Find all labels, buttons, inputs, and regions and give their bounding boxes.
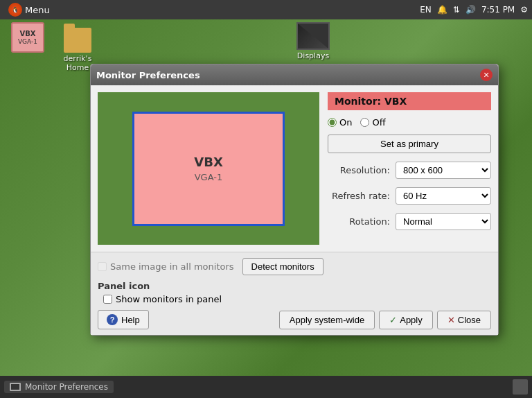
refresh-rate-row: Refresh rate: 60 Hz 75 Hz xyxy=(328,187,491,205)
on-off-row: On Off xyxy=(328,116,491,129)
network-icon[interactable]: ⇅ xyxy=(453,5,460,15)
set-as-primary-button[interactable]: Set as primary xyxy=(328,135,491,153)
resolution-label: Resolution: xyxy=(328,165,390,175)
help-button[interactable]: ? Help xyxy=(98,310,149,329)
on-radio[interactable] xyxy=(328,118,337,127)
monitor-preview-area: VBX VGA-1 xyxy=(98,92,319,245)
vbx-icon-line1: VBX xyxy=(19,30,35,38)
panel-icon-section-label: Panel icon xyxy=(98,281,491,291)
show-monitors-text: Show monitors in panel xyxy=(116,294,222,304)
close-x-icon: ✕ xyxy=(447,315,455,325)
help-icon: ? xyxy=(107,314,118,325)
taskbar-top: 🐧 Menu EN 🔔 ⇅ 🔊 7:51 PM ⚙ xyxy=(0,0,532,19)
taskbar-item-label: Monitor Preferences xyxy=(25,382,108,392)
menu-label: Menu xyxy=(25,5,50,15)
apply-button[interactable]: ✓ Apply xyxy=(379,311,433,329)
settings-icon[interactable]: ⚙ xyxy=(520,5,528,15)
vbx-icon-line2: VGA-1 xyxy=(18,38,37,46)
rotation-row: Rotation: Normal Left Right Inverted xyxy=(328,213,491,230)
off-radio[interactable] xyxy=(360,118,369,127)
monitor-box-port: VGA-1 xyxy=(195,172,223,182)
rotation-select[interactable]: Normal Left Right Inverted xyxy=(396,213,491,230)
monitor-box-name: VBX xyxy=(194,155,223,169)
desktop: 🐧 Menu EN 🔔 ⇅ 🔊 7:51 PM ⚙ VBX VGA-1 derr… xyxy=(0,0,532,398)
lang-indicator[interactable]: EN xyxy=(420,5,432,15)
monitor-settings-panel: Monitor: VBX On Off Set as primary Resol… xyxy=(328,92,491,245)
on-label: On xyxy=(339,117,352,128)
monitor-header: Monitor: VBX xyxy=(328,92,491,110)
taskbar-monitor-icon xyxy=(10,383,21,391)
close-dialog-label: Close xyxy=(458,315,481,325)
resolution-select[interactable]: 800 x 600 1024 x 768 1280 x 1024 xyxy=(396,162,491,179)
volume-icon[interactable]: 🔊 xyxy=(466,5,476,15)
action-row: ? Help Apply system-wide ✓ Apply ✕ Close xyxy=(98,310,491,329)
bottom-row1: Same image in all monitors Detect monito… xyxy=(98,258,491,275)
on-radio-label[interactable]: On xyxy=(328,117,352,128)
dialog-close-button[interactable]: ✕ xyxy=(480,69,493,81)
desktop-icon-display[interactable]: Displays xyxy=(291,22,335,60)
apply-system-wide-button[interactable]: Apply system-wide xyxy=(279,311,375,329)
monitor-box[interactable]: VBX VGA-1 xyxy=(132,112,285,226)
rotation-label: Rotation: xyxy=(328,216,390,227)
action-buttons: Apply system-wide ✓ Apply ✕ Close xyxy=(279,311,491,329)
clock[interactable]: 7:51 PM xyxy=(481,5,515,15)
taskbar-top-right: EN 🔔 ⇅ 🔊 7:51 PM ⚙ xyxy=(420,5,528,15)
taskbar-bottom-right xyxy=(513,379,528,395)
dialog-bottom: Same image in all monitors Detect monito… xyxy=(91,252,498,335)
monitor-preferences-dialog: Monitor Preferences ✕ VBX VGA-1 Monitor:… xyxy=(90,64,499,336)
display-icon-label: Displays xyxy=(297,51,329,60)
same-image-checkbox[interactable] xyxy=(98,262,107,271)
taskbar-bottom-right-icon xyxy=(513,379,528,395)
same-image-text: Same image in all monitors xyxy=(110,261,234,272)
apply-check-icon: ✓ xyxy=(389,315,397,325)
taskbar-bottom: Monitor Preferences xyxy=(0,376,532,398)
display-icon xyxy=(296,22,330,50)
menu-button[interactable]: 🐧 Menu xyxy=(4,1,54,18)
dialog-body: VBX VGA-1 Monitor: VBX On Off xyxy=(91,85,498,252)
detect-monitors-button[interactable]: Detect monitors xyxy=(242,258,323,275)
taskbar-top-left: 🐧 Menu xyxy=(4,1,54,18)
taskbar-bottom-monitor-pref[interactable]: Monitor Preferences xyxy=(4,381,114,393)
ubuntu-logo-icon: 🐧 xyxy=(8,3,22,17)
show-monitors-checkbox[interactable] xyxy=(103,295,112,304)
off-label: Off xyxy=(372,117,385,128)
help-label: Help xyxy=(121,315,140,325)
dialog-titlebar: Monitor Preferences ✕ xyxy=(91,64,498,85)
panel-icon-section: Panel icon Show monitors in panel xyxy=(98,281,491,304)
same-image-label[interactable]: Same image in all monitors xyxy=(98,261,234,272)
refresh-rate-label: Refresh rate: xyxy=(328,191,390,201)
home-folder-icon xyxy=(64,28,91,53)
show-monitors-label[interactable]: Show monitors in panel xyxy=(98,294,491,304)
close-dialog-button[interactable]: ✕ Close xyxy=(437,311,491,329)
refresh-rate-select[interactable]: 60 Hz 75 Hz xyxy=(396,187,491,205)
resolution-row: Resolution: 800 x 600 1024 x 768 1280 x … xyxy=(328,162,491,179)
off-radio-label[interactable]: Off xyxy=(360,117,385,128)
dialog-title: Monitor Preferences xyxy=(96,70,200,80)
vbx-icon: VBX VGA-1 xyxy=(11,22,44,53)
apply-label: Apply xyxy=(400,315,423,325)
notification-icon[interactable]: 🔔 xyxy=(437,5,447,15)
desktop-icon-vbx[interactable]: VBX VGA-1 xyxy=(6,22,50,53)
